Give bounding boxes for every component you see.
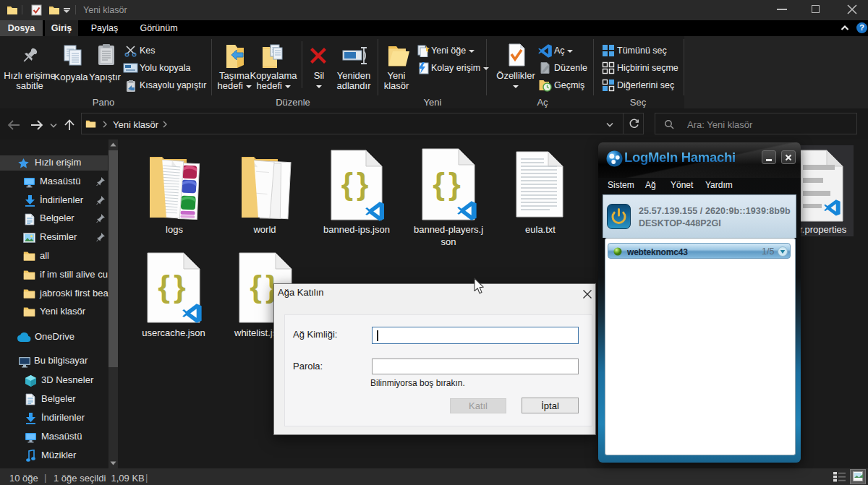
- svg-text:{}: {}: [433, 166, 464, 201]
- svg-text:{}: {}: [341, 167, 373, 201]
- svg-text:{}: {}: [158, 269, 189, 304]
